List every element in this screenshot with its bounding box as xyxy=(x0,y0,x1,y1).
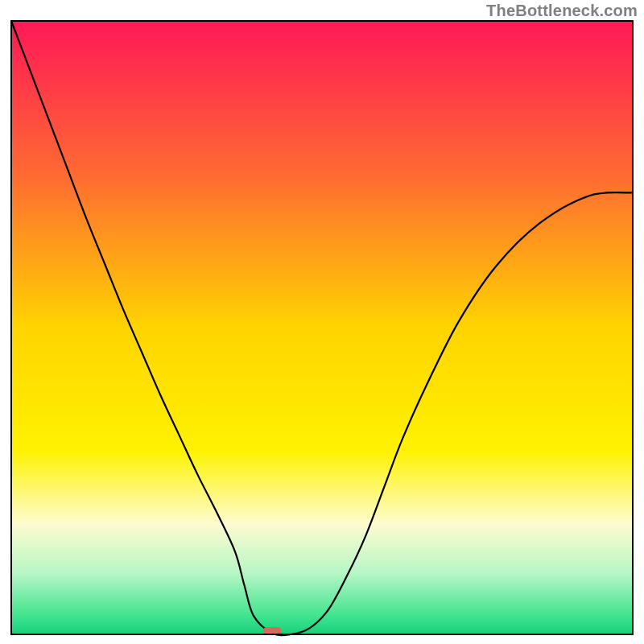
attribution-label: TheBottleneck.com xyxy=(486,2,638,20)
chart-container: TheBottleneck.com xyxy=(0,0,644,644)
min-marker-icon xyxy=(263,627,281,634)
bottleneck-chart xyxy=(0,0,644,644)
plot-background xyxy=(11,21,633,634)
